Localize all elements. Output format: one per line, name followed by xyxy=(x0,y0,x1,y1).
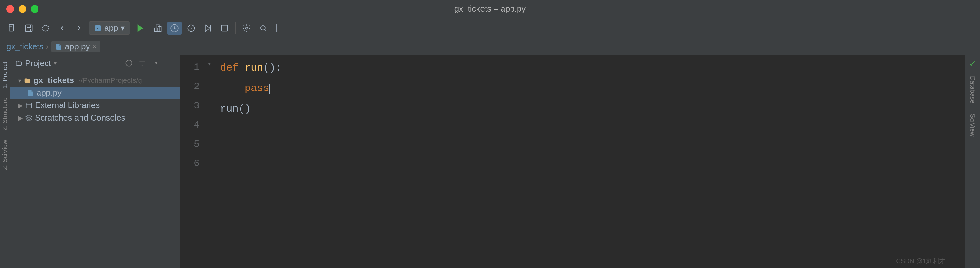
left-side-strip: 1: Project 2: Structure Z: SciView xyxy=(0,55,10,268)
collapse-button[interactable] xyxy=(164,58,175,68)
minimize-button[interactable] xyxy=(19,5,26,13)
line-num-5: 5 xyxy=(180,135,199,154)
toolbar-cursor: | xyxy=(274,24,279,33)
file-tree: ▾ gx_tickets ~/PycharmProjects/g app.py … xyxy=(10,71,180,268)
panel-chevron: ▾ xyxy=(54,59,57,67)
coverage-button[interactable] xyxy=(167,22,181,35)
tree-path-gx_tickets: ~/PycharmProjects/g xyxy=(76,76,142,85)
sidebar-item-sciview[interactable]: Z: SciView xyxy=(0,136,10,174)
svg-rect-4 xyxy=(154,28,158,32)
tree-item-gx_tickets[interactable]: ▾ gx_tickets ~/PycharmProjects/g xyxy=(10,74,180,87)
svg-rect-0 xyxy=(9,24,14,31)
tree-label-app-py: app.py xyxy=(37,88,62,98)
search-button[interactable] xyxy=(256,22,270,35)
toolbar: app ▾ xyxy=(0,18,980,38)
function-name-run: run xyxy=(245,62,263,74)
file-icon-app-py xyxy=(27,89,34,97)
scratches-icon xyxy=(25,114,32,122)
toolbar-separator xyxy=(235,22,236,34)
tab-filename: app.py xyxy=(65,42,90,52)
panel-header: Project ▾ xyxy=(10,55,180,71)
traffic-lights xyxy=(6,5,38,13)
punctuation-1: (): xyxy=(263,62,282,74)
step-button[interactable] xyxy=(201,22,215,35)
panel-title-text: Project xyxy=(25,58,51,68)
keyword-pass: pass xyxy=(245,82,269,94)
line-num-3: 3 xyxy=(180,96,199,116)
build-button[interactable] xyxy=(151,22,165,35)
svg-point-9 xyxy=(246,27,248,29)
run-config-dropdown[interactable]: app ▾ xyxy=(89,22,130,35)
tree-item-external-libraries[interactable]: ▶ External Libraries xyxy=(10,99,180,111)
code-content[interactable]: def run(): pass run() xyxy=(218,58,965,268)
checkmark-icon: ✓ xyxy=(969,58,975,70)
breadcrumb-sep: › xyxy=(46,42,49,52)
code-line-5: run() xyxy=(220,99,965,119)
panel-actions xyxy=(124,58,175,68)
forward-button[interactable] xyxy=(72,22,86,35)
line-num-6: 6 xyxy=(180,154,199,173)
tree-arrow-gx_tickets: ▾ xyxy=(18,77,21,84)
tree-label-scratches: Scratches and Consoles xyxy=(35,113,126,123)
tab-close-button[interactable]: × xyxy=(92,43,97,51)
svg-point-12 xyxy=(155,62,157,65)
line-num-2: 2 xyxy=(180,77,199,96)
function-call-run: run() xyxy=(220,103,251,115)
fold-arrow-2[interactable]: — xyxy=(207,79,212,88)
fold-arrow-1[interactable]: ▾ xyxy=(207,59,212,68)
tree-label-ext-libs: External Libraries xyxy=(35,100,100,110)
code-line-2: pass xyxy=(220,78,965,99)
project-panel: Project ▾ xyxy=(10,55,180,268)
watermark: CSDN @1刘利才 xyxy=(896,257,945,265)
code-editor[interactable]: 1 2 3 4 5 6 ▾ — def run(): pass run() xyxy=(180,55,965,268)
main-layout: 1: Project 2: Structure Z: SciView Proje… xyxy=(0,55,980,268)
back-button[interactable] xyxy=(55,22,69,35)
settings-button[interactable] xyxy=(240,22,254,35)
sync-button[interactable] xyxy=(38,22,52,35)
line-numbers: 1 2 3 4 5 6 xyxy=(180,58,206,268)
svg-rect-1 xyxy=(25,25,32,32)
breadcrumb-project[interactable]: gx_tickets xyxy=(6,42,44,52)
new-file-button[interactable] xyxy=(5,22,19,35)
sciview-panel-button[interactable]: SciView xyxy=(967,110,977,140)
profile-button[interactable] xyxy=(184,22,198,35)
close-button[interactable] xyxy=(6,5,14,13)
sidebar-item-structure[interactable]: 2: Structure xyxy=(0,94,10,134)
tree-item-scratches[interactable]: ▶ Scratches and Consoles xyxy=(10,111,180,124)
svg-point-10 xyxy=(261,25,265,30)
svg-rect-5 xyxy=(158,26,161,32)
sidebar-item-project[interactable]: 1: Project xyxy=(0,58,10,92)
editor-area[interactable]: 1 2 3 4 5 6 ▾ — def run(): pass run() xyxy=(180,55,965,268)
line-num-4: 4 xyxy=(180,116,199,135)
panel-title: Project ▾ xyxy=(15,58,119,68)
database-panel-button[interactable]: Database xyxy=(967,72,977,108)
tree-label-gx_tickets: gx_tickets xyxy=(33,75,74,85)
gutter: ▾ — xyxy=(206,58,218,268)
maximize-button[interactable] xyxy=(31,5,38,13)
save-button[interactable] xyxy=(22,22,36,35)
line-num-1: 1 xyxy=(180,58,199,77)
tree-arrow-ext-libs: ▶ xyxy=(18,101,23,109)
library-icon xyxy=(25,102,32,109)
window-title: gx_tickets – app.py xyxy=(454,4,526,14)
tree-arrow-scratches: ▶ xyxy=(18,114,23,122)
keyword-def: def xyxy=(220,62,239,74)
run-config-chevron: ▾ xyxy=(121,23,125,33)
svg-rect-8 xyxy=(221,25,228,31)
svg-rect-13 xyxy=(26,103,32,108)
folder-icon-gx_tickets xyxy=(24,77,31,84)
stop-button[interactable] xyxy=(218,22,232,35)
add-file-button[interactable] xyxy=(124,58,134,68)
run-config-label: app xyxy=(104,23,118,33)
file-tab-icon xyxy=(55,43,62,50)
right-side-strip: ✓ Database SciView xyxy=(965,55,980,268)
folder-panel-icon xyxy=(15,60,22,67)
current-tab[interactable]: app.py × xyxy=(51,41,100,52)
svg-marker-3 xyxy=(138,24,144,32)
svg-rect-6 xyxy=(156,25,159,32)
panel-settings-button[interactable] xyxy=(150,58,161,68)
run-button[interactable] xyxy=(133,21,148,35)
sort-button[interactable] xyxy=(137,58,148,68)
breadcrumb-bar: gx_tickets › app.py × xyxy=(0,38,980,55)
tree-item-app-py[interactable]: app.py xyxy=(10,87,180,99)
